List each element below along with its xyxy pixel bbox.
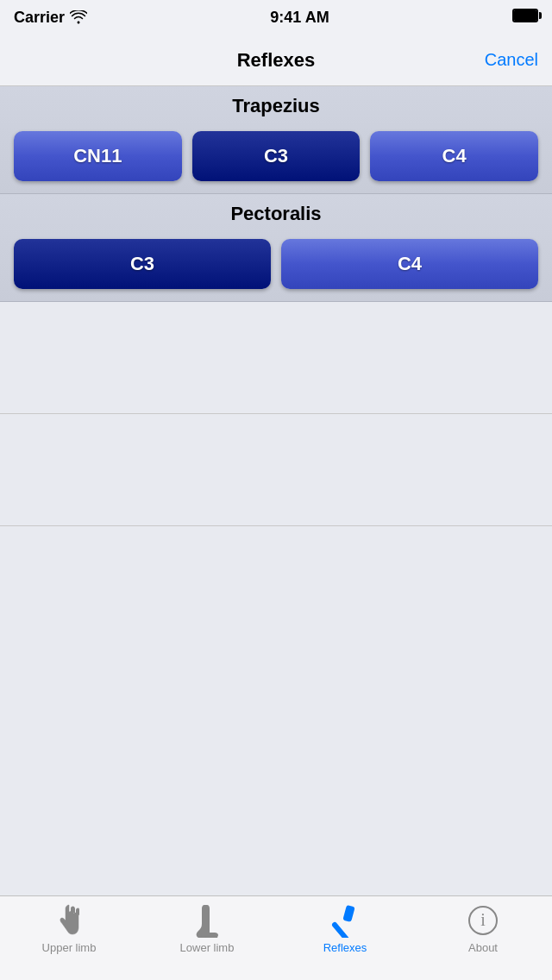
trapezius-c4-button[interactable]: C4 [370,131,538,181]
empty-section-3 [0,526,552,638]
lower-limb-label: Lower limb [180,941,235,954]
pectoralis-header: Pectoralis [0,194,552,232]
pectoralis-c3-button[interactable]: C3 [14,239,271,289]
trapezius-cn11-button[interactable]: CN11 [14,131,182,181]
trapezius-header: Trapezius [0,86,552,124]
hand-icon [53,903,85,938]
reflexes-label: Reflexes [323,941,367,954]
tab-lower-limb[interactable]: Lower limb [138,903,276,954]
empty-section-1 [0,302,552,414]
svg-rect-5 [342,905,354,922]
content-area: Trapezius CN11 C3 C4 Pectoralis C3 C4 [0,86,552,638]
status-bar: Carrier 9:41 AM [0,0,552,35]
trapezius-title: Trapezius [232,95,319,116]
about-icon: i [466,903,500,938]
hammer-icon [329,903,361,938]
svg-point-0 [198,934,202,938]
wifi-icon [70,10,87,24]
nav-bar: Reflexes Cancel [0,35,552,86]
tab-upper-limb[interactable]: Upper limb [0,903,138,954]
cancel-button[interactable]: Cancel [485,50,538,70]
foot-icon [194,903,220,938]
tab-bar: Upper limb Lower limb Reflexes [0,895,552,980]
carrier-text: Carrier [14,9,87,27]
trapezius-buttons: CN11 C3 C4 [0,124,552,193]
pectoralis-title: Pectoralis [230,203,321,224]
svg-text:i: i [480,910,486,929]
pectoralis-buttons: C3 C4 [0,232,552,301]
trapezius-c3-button[interactable]: C3 [192,131,361,181]
upper-limb-icon [52,903,86,938]
lower-limb-icon [190,903,224,938]
about-label: About [468,941,498,954]
nav-title: Reflexes [237,49,316,72]
pectoralis-c4-button[interactable]: C4 [281,239,538,289]
tab-about[interactable]: i About [414,903,552,954]
tab-reflexes[interactable]: Reflexes [276,903,414,954]
upper-limb-label: Upper limb [42,941,97,954]
pectoralis-section: Pectoralis C3 C4 [0,194,552,302]
empty-section-2 [0,414,552,526]
reflexes-icon [328,903,362,938]
battery-indicator [512,9,538,26]
status-time: 9:41 AM [270,9,329,27]
svg-rect-6 [331,921,351,938]
trapezius-section: Trapezius CN11 C3 C4 [0,86,552,194]
info-icon: i [467,905,499,936]
